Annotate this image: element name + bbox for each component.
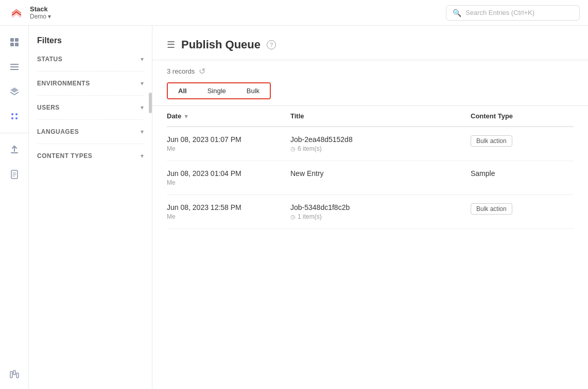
tab-single[interactable]: Single — [197, 83, 236, 98]
table-header-row: Date ▼ Title Content Type — [167, 106, 574, 127]
filter-label-content-types: CONTENT TYPES — [37, 152, 92, 160]
filter-section-content-types: CONTENT TYPES ▾ — [37, 152, 144, 168]
page-title: Publish Queue — [181, 38, 261, 51]
nav-list[interactable] — [4, 57, 25, 77]
page-header: ☰ Publish Queue ? — [152, 26, 588, 60]
title-sub: ◷1 item(s) — [290, 213, 471, 220]
publish-queue-table: Date ▼ Title Content Type Jun 08, — [167, 106, 574, 229]
cell-content-type-0: Bulk action — [471, 127, 574, 161]
sidebar-filters: Filters STATUS ▾ ENVIRONMENTS ▾ USERS ▾ … — [29, 26, 152, 389]
svg-rect-4 — [15, 43, 19, 46]
filter-header-environments[interactable]: ENVIRONMENTS ▾ — [37, 80, 144, 87]
topbar-left: Stack Demo ▾ — [8, 5, 51, 21]
filter-label-languages: LANGUAGES — [37, 128, 79, 135]
nav-layers[interactable] — [4, 81, 25, 102]
svg-point-10 — [15, 113, 18, 115]
svg-rect-1 — [10, 38, 14, 42]
tabs-container: All Single Bulk — [152, 82, 588, 106]
svg-rect-8 — [10, 64, 12, 65]
title-main: Job-2ea48d5152d8 — [290, 135, 471, 144]
tabs: All Single Bulk — [167, 82, 271, 99]
bulk-action-badge: Bulk action — [471, 203, 512, 215]
filter-header-status[interactable]: STATUS ▾ — [37, 56, 144, 63]
chevron-down-icon-lang: ▾ — [141, 128, 144, 135]
nav-dashboard[interactable] — [4, 32, 25, 52]
clock-icon: ◷ — [290, 214, 296, 220]
records-bar: 3 records ↺ — [152, 60, 588, 82]
svg-point-11 — [11, 117, 13, 119]
cell-date-2: Jun 08, 2023 12:58 PM Me — [167, 195, 290, 229]
cell-content-type-1: Sample — [471, 161, 574, 195]
col-header-title: Title — [290, 106, 471, 127]
filter-label-status: STATUS — [37, 56, 62, 63]
logo-icon — [8, 5, 25, 21]
title-main: Job-5348dc1f8c2b — [290, 203, 471, 211]
tab-all[interactable]: All — [168, 83, 197, 98]
filter-header-users[interactable]: USERS ▾ — [37, 104, 144, 111]
date-sub: Me — [167, 179, 290, 186]
date-main: Jun 08, 2023 01:04 PM — [167, 169, 290, 178]
nav-upload[interactable] — [4, 139, 25, 160]
svg-rect-2 — [15, 38, 19, 42]
sidebar-scrollbar[interactable] — [149, 93, 152, 113]
title-main: New Entry — [290, 169, 471, 178]
tab-bulk[interactable]: Bulk — [236, 83, 270, 98]
search-placeholder: Search Entries (Ctrl+K) — [465, 9, 534, 16]
topbar: Stack Demo ▾ 🔍 Search Entries (Ctrl+K) — [0, 0, 588, 26]
hamburger-icon: ☰ — [167, 39, 175, 50]
title-sub: ◷6 item(s) — [290, 145, 471, 152]
stack-name: Stack — [30, 5, 51, 13]
col-header-content-type: Content Type — [471, 106, 574, 127]
content-type-text: Sample — [471, 169, 495, 178]
cell-date-1: Jun 08, 2023 01:04 PM Me — [167, 161, 290, 195]
sort-icon: ▼ — [183, 113, 189, 119]
filter-section-users: USERS ▾ — [37, 104, 144, 120]
svg-point-12 — [15, 117, 18, 119]
nav-stack[interactable] — [4, 106, 25, 127]
filter-header-content-types[interactable]: CONTENT TYPES ▾ — [37, 152, 144, 160]
clock-icon: ◷ — [290, 146, 296, 152]
svg-rect-15 — [10, 372, 12, 378]
nav-tasks[interactable] — [4, 164, 25, 185]
stack-info: Stack Demo ▾ — [30, 5, 51, 21]
filter-section-status: STATUS ▾ — [37, 56, 144, 72]
svg-rect-6 — [10, 66, 19, 67]
table-row[interactable]: Jun 08, 2023 01:07 PM Me Job-2ea48d5152d… — [167, 127, 574, 161]
help-icon[interactable]: ? — [267, 40, 276, 49]
chevron-down-icon-ct: ▾ — [141, 152, 144, 160]
cell-title-0: Job-2ea48d5152d8 ◷6 item(s) — [290, 127, 471, 161]
search-icon: 🔍 — [453, 9, 461, 17]
svg-rect-17 — [16, 373, 19, 378]
table-row[interactable]: Jun 08, 2023 12:58 PM Me Job-5348dc1f8c2… — [167, 195, 574, 229]
cell-content-type-2: Bulk action — [471, 195, 574, 229]
date-sub: Me — [167, 145, 290, 152]
bulk-action-badge: Bulk action — [471, 135, 512, 147]
svg-rect-7 — [10, 69, 19, 70]
chevron-down-icon-env: ▾ — [141, 80, 144, 87]
svg-rect-16 — [13, 370, 15, 375]
filter-label-users: USERS — [37, 104, 60, 111]
stack-demo[interactable]: Demo ▾ — [30, 13, 51, 20]
date-main: Jun 08, 2023 01:07 PM — [167, 135, 290, 144]
filter-header-languages[interactable]: LANGUAGES ▾ — [37, 128, 144, 135]
svg-rect-0 — [8, 5, 25, 21]
chevron-down-icon: ▾ — [141, 56, 144, 63]
cell-date-0: Jun 08, 2023 01:07 PM Me — [167, 127, 290, 161]
col-header-date[interactable]: Date ▼ — [167, 106, 290, 127]
search-bar[interactable]: 🔍 Search Entries (Ctrl+K) — [446, 5, 580, 21]
filter-label-environments: ENVIRONMENTS — [37, 80, 90, 87]
main-layout: Filters STATUS ▾ ENVIRONMENTS ▾ USERS ▾ … — [0, 26, 588, 389]
chevron-down-icon-users: ▾ — [141, 104, 144, 111]
filter-section-languages: LANGUAGES ▾ — [37, 128, 144, 144]
sidebar-title: Filters — [37, 36, 144, 45]
date-sub: Me — [167, 213, 290, 220]
refresh-icon[interactable]: ↺ — [199, 66, 205, 76]
svg-rect-3 — [10, 43, 14, 46]
nav-settings[interactable] — [4, 364, 25, 385]
svg-point-9 — [11, 113, 13, 115]
table-row[interactable]: Jun 08, 2023 01:04 PM Me New Entry Sampl… — [167, 161, 574, 195]
filter-section-environments: ENVIRONMENTS ▾ — [37, 80, 144, 96]
svg-rect-13 — [11, 152, 18, 153]
table-area: Date ▼ Title Content Type Jun 08, — [152, 106, 588, 389]
date-main: Jun 08, 2023 12:58 PM — [167, 203, 290, 211]
